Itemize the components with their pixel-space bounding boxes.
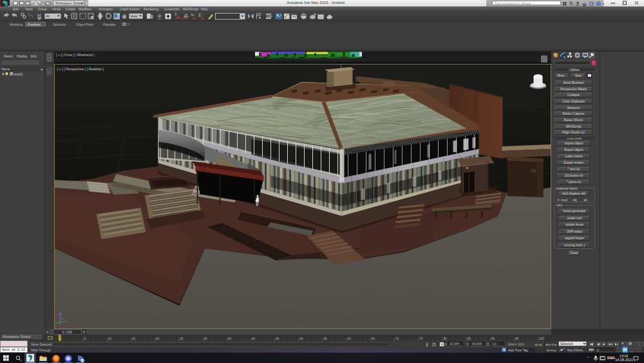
svg-text:E: E: [199, 13, 202, 17]
svg-text:75: 75: [419, 337, 423, 340]
svg-text:3: 3: [175, 12, 176, 16]
svg-text:obj: obj: [573, 198, 577, 202]
svg-text:100: 100: [539, 337, 544, 340]
svg-text:10: 10: [108, 337, 112, 340]
svg-text:30: 30: [204, 337, 207, 340]
svg-text:View: View: [130, 14, 137, 18]
svg-text:35: 35: [228, 337, 232, 340]
svg-text:45: 45: [276, 337, 279, 340]
svg-text:95: 95: [515, 337, 519, 340]
svg-text:All: All: [46, 14, 50, 18]
svg-text:all: all: [584, 198, 587, 202]
svg-text:[ + ] [ Front ] [ Wireframe ]: [ + ] [ Front ] [ Wireframe ]: [56, 53, 95, 57]
svg-text:65: 65: [372, 337, 375, 340]
svg-text:85: 85: [468, 337, 471, 340]
svg-text:med: med: [561, 198, 567, 202]
svg-text:25: 25: [180, 337, 184, 340]
svg-text:5: 5: [84, 337, 86, 340]
svg-text:40: 40: [252, 337, 256, 340]
svg-text:%: %: [191, 13, 194, 17]
svg-text:Workspace: Default: Workspace: Default: [55, 1, 84, 5]
svg-text:55: 55: [323, 337, 327, 340]
svg-text:[ + ] [ Perspective ] [ Realis: [ + ] [ Perspective ] [ Realistic ]: [57, 67, 104, 71]
svg-text:15: 15: [132, 337, 136, 340]
svg-text:60: 60: [348, 337, 352, 340]
svg-text:70: 70: [395, 337, 399, 340]
svg-text:90: 90: [491, 337, 495, 340]
svg-text:80: 80: [443, 337, 447, 340]
svg-text:20: 20: [156, 337, 160, 340]
svg-text:50: 50: [299, 337, 303, 340]
